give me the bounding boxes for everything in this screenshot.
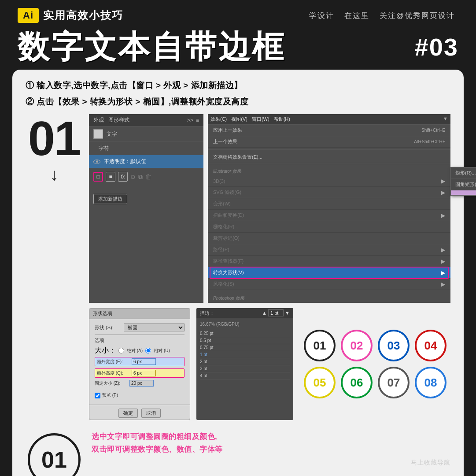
stroke-item-6[interactable]: 4 pt	[200, 372, 290, 379]
appearance-tabs: 外观 图形样式	[93, 116, 129, 124]
ok-button[interactable]: 确定	[118, 409, 138, 418]
effect-warp[interactable]: 变形(W)	[208, 198, 450, 210]
stroke-square-btn[interactable]: □	[93, 172, 103, 182]
text-color-swatch	[93, 129, 103, 139]
demo-row-bottom: 01 选中文字即可调整圆圈的粗细及颜色, 双击即可调整数字颜色、数值、字体等 马…	[26, 426, 450, 476]
header-left: Ai 实用高效小技巧	[18, 8, 123, 23]
stroke-list: 0.25 pt 0.5 pt 0.75 pt 1 pt 2 pt 3 pt 4 …	[196, 330, 293, 379]
add-stroke-button[interactable]: 添加新描边	[93, 194, 127, 204]
extra-height-label: 额外高度 (Q):	[97, 370, 130, 376]
circle-07: 07	[378, 367, 410, 398]
step-1: ① 输入数字,选中数字,点击【窗口 > 外观 > 添加新描边】	[26, 79, 450, 92]
footer-icons: □ ■ fx ⊙ ⧉ 🗑	[93, 172, 151, 182]
shape-dialog: 形状选项 形状 (S): 椭圆 选项 大小：	[89, 308, 190, 420]
convert-shape-highlight	[210, 267, 449, 279]
fixed-size-row: 固定大小 (Z):	[95, 380, 184, 387]
submenu-convert-shape: 矩形(R)... 圆角矩形(D)...	[450, 167, 476, 196]
header-title: 实用高效小技巧	[43, 8, 123, 22]
stroke-label: 描边：	[200, 310, 214, 316]
submenu-ellipse[interactable]	[451, 190, 476, 195]
submenu-rect[interactable]: 矩形(R)...	[451, 167, 476, 179]
number-badge: #03	[415, 33, 458, 61]
extra-height-input[interactable]	[132, 370, 156, 376]
effects-menu-item-view[interactable]: 视图(V)	[231, 116, 247, 123]
big-number-circle: 01	[28, 433, 81, 476]
preview-checkbox-row: 预览 (P)	[95, 392, 184, 398]
shape-select[interactable]: 椭圆	[124, 324, 184, 331]
effect-apply-last[interactable]: 应用上一效果 Shift+Ctrl+E	[208, 125, 450, 136]
fill-square-btn[interactable]: ■	[106, 172, 115, 182]
submenu-rounded-rect[interactable]: 圆角矩形(D)...	[451, 179, 476, 190]
fx-btn[interactable]: fx	[118, 172, 128, 182]
effect-path[interactable]: 路径(P)▶	[208, 244, 450, 256]
screenshots-row-top: 外观 图形样式 >> ≡ 文字	[89, 114, 450, 303]
shortcut-1: Shift+Ctrl+E	[421, 128, 445, 133]
effect-distort[interactable]: 扭曲和变换(D)▶	[208, 210, 450, 221]
appearance-footer: □ ■ fx ⊙ ⧉ 🗑	[89, 168, 203, 190]
effect-pathfinder[interactable]: 路径查找器(F)▶	[208, 256, 450, 267]
row-label-zifu: 字符	[99, 145, 109, 152]
stroke-settings: 16.67% (RGB/GPU)	[196, 318, 293, 330]
preview-checkbox[interactable]	[95, 393, 100, 398]
bottom-text-col: 选中文字即可调整圆圈的粗细及颜色, 双击即可调整数字颜色、数值、字体等 马上收藏…	[92, 426, 450, 467]
stroke-item-4[interactable]: 2 pt	[200, 358, 290, 365]
appearance-row-text: 文字	[89, 126, 203, 142]
extra-width-label: 额外宽度 (E):	[97, 359, 130, 365]
size-label: 大小：	[95, 346, 116, 355]
row-label-wenzi: 文字	[107, 130, 117, 138]
expand-arrows: ▼	[443, 116, 448, 123]
root: Ai 实用高效小技巧 学设计 在这里 关注@优秀网页设计 数字文本自带边框 #0…	[0, 0, 476, 476]
stroke-input[interactable]	[268, 309, 284, 316]
cancel-button[interactable]: 取消	[141, 409, 161, 418]
tab-graphic-styles[interactable]: 图形样式	[108, 116, 129, 124]
appearance-row-zifu: 字符	[89, 142, 203, 155]
color-circles-area: 01 02 03 04 05 06 07 08	[299, 308, 450, 420]
spacer: ⊙	[130, 173, 136, 180]
row-label-opacity: 不透明度：默认值	[104, 158, 146, 165]
stroke-item-1[interactable]: 0.5 pt	[200, 337, 290, 344]
photoshop-effects-label: Photoshop 效果	[208, 294, 450, 303]
arrow-down-icon: ↓	[50, 166, 59, 183]
follow-text: 关注@优秀网页设计	[380, 11, 455, 20]
circle-06: 06	[341, 367, 373, 398]
stroke-item-5[interactable]: 3 pt	[200, 365, 290, 372]
circle-number: 01	[41, 446, 67, 473]
effect-stylize[interactable]: 风格化(S)▶	[208, 279, 450, 290]
radio-relative-label: 相对 (U)	[154, 348, 170, 354]
appearance-row-opacity[interactable]: 不透明度：默认值	[89, 155, 203, 168]
extra-width-input[interactable]	[132, 358, 156, 365]
effect-raster-settings[interactable]: 文档栅格效果设置(E)...	[208, 152, 450, 163]
tab-appearance[interactable]: 外观	[93, 116, 104, 124]
bottom-row: 形状选项 形状 (S): 椭圆 选项 大小：	[89, 308, 450, 420]
radio-absolute[interactable]	[118, 348, 124, 353]
place-text: 在这里	[344, 11, 369, 20]
stroke-value: ▲ ▼	[262, 309, 290, 316]
effect-rasterize[interactable]: 栅格化(R)...	[208, 221, 450, 233]
circles-row-2: 05 06 07 08	[304, 367, 450, 398]
circles-row-1: 01 02 03 04	[304, 330, 450, 361]
add-stroke-row: 添加新描边	[89, 190, 203, 208]
ai-badge: Ai	[18, 8, 39, 23]
radio-relative[interactable]	[145, 348, 151, 353]
shortcut-2: Alt+Shift+Ctrl+F	[414, 139, 445, 144]
stroke-item-2[interactable]: 0.75 pt	[200, 344, 290, 351]
effect-svg[interactable]: SVG 滤镜(G)▶	[208, 187, 450, 198]
circle-08: 08	[415, 367, 446, 398]
circle-05: 05	[304, 367, 336, 398]
fixed-size-input[interactable]	[129, 380, 154, 387]
shape-row-type: 形状 (S): 椭圆	[95, 324, 184, 331]
stroke-up-icon: ▲	[262, 310, 267, 316]
effects-menu-header: 效果(C) 视图(V) 窗口(W) 帮助(H) ▼	[208, 114, 450, 125]
color-percent: 16.67% (RGB/GPU)	[200, 322, 290, 327]
effects-menu-item-effects[interactable]: 效果(C)	[210, 116, 227, 123]
screenshots-col: 外观 图形样式 >> ≡ 文字	[89, 114, 450, 420]
effects-menu-item-window[interactable]: 窗口(W)	[252, 116, 269, 123]
effect-3d[interactable]: 3D(3)▶	[208, 176, 450, 187]
effects-menu-item-help[interactable]: 帮助(H)	[274, 116, 290, 123]
effect-crop-marks[interactable]: 裁剪标记(O)	[208, 233, 450, 244]
stroke-item-0[interactable]: 0.25 pt	[200, 330, 290, 337]
effect-previous[interactable]: 上一个效果 Alt+Shift+Ctrl+F	[208, 136, 450, 148]
content-card: ① 输入数字,选中数字,点击【窗口 > 外观 > 添加新描边】 ② 点击【效果 …	[12, 70, 464, 476]
bottom-text: 选中文字即可调整圆圈的粗细及颜色, 双击即可调整数字颜色、数值、字体等	[92, 431, 450, 456]
stroke-item-3[interactable]: 1 pt	[200, 351, 290, 358]
